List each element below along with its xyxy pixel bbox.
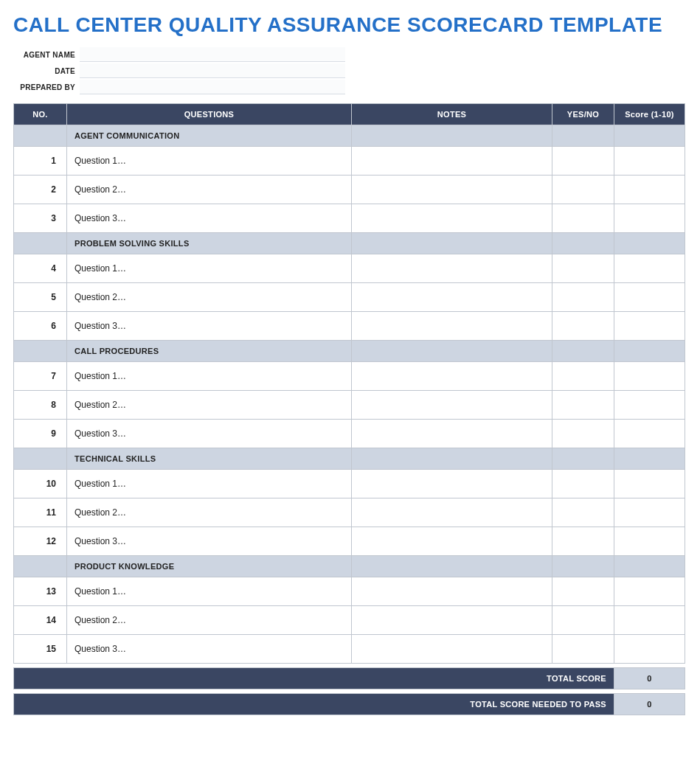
question-no: 14	[14, 606, 67, 635]
question-text[interactable]: Question 2…	[67, 606, 352, 635]
notes-cell[interactable]	[352, 498, 552, 527]
section-notes-cell	[352, 448, 552, 470]
notes-cell[interactable]	[352, 420, 552, 448]
notes-cell[interactable]	[352, 635, 552, 664]
section-header-row: TECHNICAL SKILLS	[14, 448, 685, 470]
notes-cell[interactable]	[352, 176, 552, 204]
score-cell[interactable]	[614, 147, 685, 176]
section-yesno-cell	[552, 125, 614, 147]
score-cell[interactable]	[614, 254, 685, 283]
yes-no-cell[interactable]	[552, 176, 614, 204]
yes-no-cell[interactable]	[552, 204, 614, 233]
score-cell[interactable]	[614, 391, 685, 420]
notes-cell[interactable]	[352, 283, 552, 312]
yes-no-cell[interactable]	[552, 391, 614, 420]
question-no: 12	[14, 527, 67, 556]
question-no: 15	[14, 635, 67, 664]
notes-cell[interactable]	[352, 527, 552, 556]
question-text[interactable]: Question 3…	[67, 204, 352, 233]
date-input[interactable]	[80, 63, 345, 78]
question-no: 1	[14, 147, 67, 176]
score-cell[interactable]	[614, 420, 685, 448]
question-text[interactable]: Question 2…	[67, 498, 352, 527]
total-needed-label: TOTAL SCORE NEEDED TO PASS	[14, 694, 614, 715]
notes-cell[interactable]	[352, 147, 552, 176]
question-row: 8Question 2…	[14, 391, 685, 420]
total-score-row: TOTAL SCORE 0	[14, 668, 685, 689]
question-row: 7Question 1…	[14, 362, 685, 391]
question-text[interactable]: Question 2…	[67, 283, 352, 312]
score-cell[interactable]	[614, 498, 685, 527]
yes-no-cell[interactable]	[552, 635, 614, 664]
prepared-by-input[interactable]	[80, 80, 345, 94]
col-header-questions: QUESTIONS	[67, 104, 352, 125]
col-header-no: NO.	[14, 104, 67, 125]
score-cell[interactable]	[614, 176, 685, 204]
notes-cell[interactable]	[352, 254, 552, 283]
yes-no-cell[interactable]	[552, 470, 614, 498]
question-text[interactable]: Question 1…	[67, 254, 352, 283]
question-no: 4	[14, 254, 67, 283]
question-text[interactable]: Question 1…	[67, 147, 352, 176]
score-cell[interactable]	[614, 527, 685, 556]
meta-block: AGENT NAME DATE PREPARED BY	[13, 47, 687, 94]
question-text[interactable]: Question 3…	[67, 312, 352, 341]
section-header-row: AGENT COMMUNICATION	[14, 125, 685, 147]
section-score-cell	[614, 125, 685, 147]
notes-cell[interactable]	[352, 606, 552, 635]
table-header-row: NO. QUESTIONS NOTES YES/NO Score (1-10)	[14, 104, 685, 125]
score-cell[interactable]	[614, 470, 685, 498]
agent-name-input[interactable]	[80, 47, 345, 62]
question-no: 9	[14, 420, 67, 448]
question-text[interactable]: Question 2…	[67, 391, 352, 420]
yes-no-cell[interactable]	[552, 147, 614, 176]
yes-no-cell[interactable]	[552, 498, 614, 527]
score-cell[interactable]	[614, 362, 685, 391]
section-header-row: CALL PROCEDURES	[14, 341, 685, 362]
question-text[interactable]: Question 3…	[67, 420, 352, 448]
notes-cell[interactable]	[352, 204, 552, 233]
notes-cell[interactable]	[352, 362, 552, 391]
question-row: 10Question 1…	[14, 470, 685, 498]
yes-no-cell[interactable]	[552, 283, 614, 312]
question-text[interactable]: Question 1…	[67, 577, 352, 606]
section-yesno-cell	[552, 233, 614, 254]
question-no: 10	[14, 470, 67, 498]
score-cell[interactable]	[614, 606, 685, 635]
question-no: 6	[14, 312, 67, 341]
section-no-cell	[14, 233, 67, 254]
notes-cell[interactable]	[352, 391, 552, 420]
yes-no-cell[interactable]	[552, 577, 614, 606]
section-title: PROBLEM SOLVING SKILLS	[67, 233, 352, 254]
question-text[interactable]: Question 2…	[67, 176, 352, 204]
notes-cell[interactable]	[352, 312, 552, 341]
notes-cell[interactable]	[352, 470, 552, 498]
yes-no-cell[interactable]	[552, 362, 614, 391]
question-row: 6Question 3…	[14, 312, 685, 341]
yes-no-cell[interactable]	[552, 606, 614, 635]
yes-no-cell[interactable]	[552, 254, 614, 283]
section-notes-cell	[352, 341, 552, 362]
date-label: DATE	[13, 67, 80, 75]
question-no: 11	[14, 498, 67, 527]
score-cell[interactable]	[614, 635, 685, 664]
total-score-label: TOTAL SCORE	[14, 668, 614, 689]
score-cell[interactable]	[614, 312, 685, 341]
score-cell[interactable]	[614, 204, 685, 233]
agent-name-label: AGENT NAME	[13, 51, 80, 59]
score-cell[interactable]	[614, 283, 685, 312]
question-text[interactable]: Question 1…	[67, 362, 352, 391]
question-text[interactable]: Question 3…	[67, 635, 352, 664]
section-header-row: PRODUCT KNOWLEDGE	[14, 556, 685, 577]
section-no-cell	[14, 556, 67, 577]
yes-no-cell[interactable]	[552, 312, 614, 341]
question-text[interactable]: Question 1…	[67, 470, 352, 498]
score-cell[interactable]	[614, 577, 685, 606]
yes-no-cell[interactable]	[552, 420, 614, 448]
question-row: 5Question 2…	[14, 283, 685, 312]
yes-no-cell[interactable]	[552, 527, 614, 556]
notes-cell[interactable]	[352, 577, 552, 606]
question-no: 7	[14, 362, 67, 391]
scorecard-table: NO. QUESTIONS NOTES YES/NO Score (1-10) …	[13, 103, 685, 715]
question-text[interactable]: Question 3…	[67, 527, 352, 556]
